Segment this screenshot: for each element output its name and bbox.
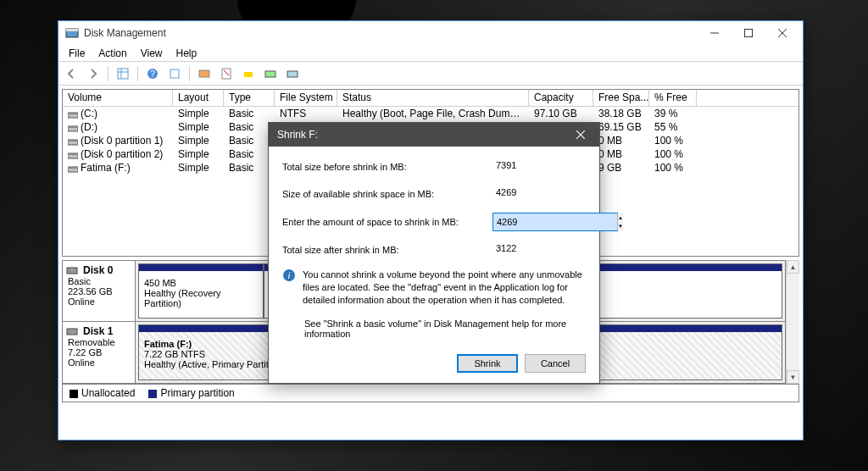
svg-rect-20	[68, 126, 78, 128]
menubar: File Action View Help	[58, 45, 803, 62]
scrollbar: ▲ ▼	[786, 260, 799, 384]
partition[interactable]: 450 MBHealthy (Recovery Partition)	[138, 263, 264, 319]
tool-icon-3[interactable]	[239, 64, 258, 83]
col-layout[interactable]: Layout	[173, 90, 224, 106]
tool-icon-2[interactable]	[217, 64, 236, 83]
volume-icon	[68, 110, 78, 119]
legend: Unallocated Primary partition	[62, 384, 799, 402]
volume-icon	[68, 151, 78, 159]
amount-label: Enter the amount of space to shrink in M…	[282, 217, 492, 227]
avail-value: 4269	[492, 186, 586, 202]
volume-icon	[68, 124, 78, 132]
shrink-dialog: Shrink F: Total size before shrink in MB…	[268, 122, 600, 384]
dialog-title: Shrink F:	[277, 129, 565, 141]
disk-info[interactable]: Disk 0Basic223.56 GBOnline	[63, 261, 136, 321]
svg-rect-26	[68, 167, 78, 169]
col-fs[interactable]: File System	[275, 90, 337, 106]
disk-icon	[66, 325, 78, 337]
col-volume[interactable]: Volume	[63, 90, 173, 106]
menu-view[interactable]: View	[134, 46, 170, 61]
col-pfree[interactable]: % Free	[649, 90, 697, 106]
menu-help[interactable]: Help	[170, 46, 204, 61]
info-icon: i	[282, 269, 296, 282]
disk-icon	[66, 264, 78, 276]
svg-rect-3	[745, 30, 753, 37]
after-label: Total size after shrink in MB:	[282, 245, 492, 255]
spin-up-button[interactable]: ▲	[618, 213, 623, 222]
total-before-value: 7391	[492, 158, 586, 175]
table-header: Volume Layout Type File System Status Ca…	[63, 90, 798, 107]
shrink-button[interactable]: Shrink	[457, 354, 518, 373]
svg-point-30	[69, 331, 70, 333]
shrink-amount-input[interactable]	[493, 213, 617, 230]
app-icon	[65, 26, 79, 40]
primary-color-icon	[148, 390, 157, 398]
back-button[interactable]	[62, 64, 81, 83]
tool-icon-1[interactable]	[195, 64, 214, 83]
volume-icon	[68, 137, 78, 146]
forward-button[interactable]	[84, 64, 103, 83]
scroll-down-button[interactable]: ▼	[787, 370, 799, 384]
scroll-up-button[interactable]: ▲	[787, 260, 799, 274]
svg-rect-24	[68, 153, 78, 155]
disk-info[interactable]: Disk 1Removable7.22 GBOnline	[63, 322, 136, 383]
unallocated-color-icon	[70, 390, 78, 398]
total-before-label: Total size before shrink in MB:	[282, 162, 492, 172]
legend-primary: Primary partition	[160, 387, 234, 399]
col-capacity[interactable]: Capacity	[529, 90, 593, 106]
volume-icon	[68, 164, 78, 173]
toolbar: ?	[58, 62, 803, 86]
svg-point-28	[69, 270, 70, 272]
legend-unallocated: Unallocated	[81, 387, 135, 399]
close-button[interactable]	[765, 23, 799, 43]
dialog-titlebar: Shrink F:	[269, 123, 599, 147]
svg-rect-29	[67, 329, 77, 335]
svg-text:?: ?	[150, 69, 155, 79]
menu-file[interactable]: File	[62, 46, 92, 61]
dialog-close-button[interactable]	[565, 125, 596, 145]
titlebar: Disk Management	[58, 21, 803, 45]
spin-down-button[interactable]: ▼	[618, 222, 623, 230]
view-icon[interactable]	[114, 64, 132, 83]
svg-rect-13	[222, 69, 231, 79]
window-title: Disk Management	[84, 27, 698, 39]
svg-rect-14	[244, 72, 253, 77]
svg-rect-11	[170, 69, 179, 78]
col-status[interactable]: Status	[337, 90, 529, 106]
svg-rect-6	[118, 69, 128, 79]
tool-icon-5[interactable]	[283, 64, 302, 83]
minimize-button[interactable]	[698, 23, 732, 43]
svg-rect-12	[199, 70, 209, 77]
avail-label: Size of available shrink space in MB:	[282, 189, 492, 199]
help-text: See "Shrink a basic volume" in Disk Mana…	[304, 319, 586, 339]
menu-action[interactable]: Action	[92, 46, 133, 61]
svg-rect-27	[67, 268, 77, 274]
tool-icon-4[interactable]	[261, 64, 280, 83]
col-free[interactable]: Free Spa...	[593, 90, 649, 106]
help-icon[interactable]: ?	[143, 64, 162, 83]
svg-rect-16	[287, 71, 298, 77]
svg-rect-15	[265, 71, 275, 77]
refresh-icon[interactable]	[165, 64, 184, 83]
cancel-button[interactable]: Cancel	[525, 354, 586, 373]
after-value: 3122	[492, 241, 586, 258]
svg-rect-22	[68, 140, 78, 141]
svg-rect-1	[66, 29, 78, 31]
col-type[interactable]: Type	[224, 90, 275, 106]
maximize-button[interactable]	[732, 23, 765, 43]
table-row[interactable]: (C:)SimpleBasicNTFSHealthy (Boot, Page F…	[63, 107, 798, 120]
svg-rect-18	[68, 113, 78, 114]
info-text: You cannot shrink a volume beyond the po…	[303, 269, 586, 307]
